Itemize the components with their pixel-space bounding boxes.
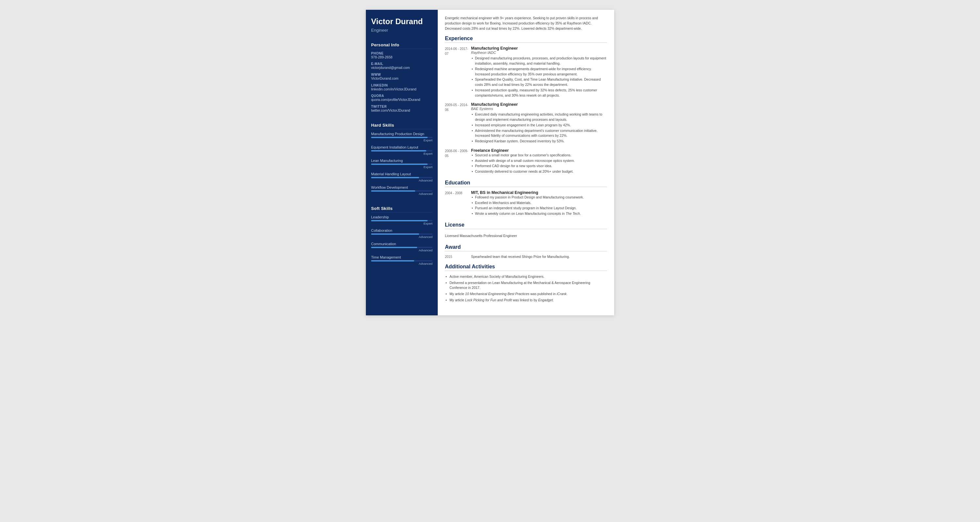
- entry-body: Manufacturing Engineer Raytheon IADC Des…: [471, 46, 607, 98]
- bullet: Administered the manufacturing departmen…: [471, 128, 607, 139]
- skill-name: Time Management: [371, 255, 433, 259]
- soft-skills-section: Soft Skills Leadership Expert Collaborat…: [366, 201, 438, 271]
- skill-level: Advanced: [371, 179, 433, 182]
- skill-level: Advanced: [371, 262, 433, 265]
- skill-level: Expert: [371, 152, 433, 155]
- skill-level: Expert: [371, 165, 433, 169]
- education-list: 2004 - 2008 MIT, BS in Mechanical Engine…: [445, 190, 607, 217]
- main-content: Energetic mechanical engineer with 9+ ye…: [438, 10, 614, 315]
- entry-date: 2014-06 - 2017-07: [445, 46, 471, 98]
- contact-item: LinkedInlinkedin.com/in/VictorJDurand: [371, 84, 433, 92]
- license-section: License Licensed Massachusetts Professio…: [445, 222, 607, 239]
- skill-level: Advanced: [371, 248, 433, 252]
- candidate-title: Engineer: [371, 28, 433, 33]
- contact-item: Phone978-289-2658: [371, 52, 433, 60]
- contact-value: 978-289-2658: [371, 55, 433, 60]
- skill-level: Advanced: [371, 235, 433, 239]
- entry-title: MIT, BS in Mechanical Engineering: [471, 190, 607, 195]
- bullet: Consistently delivered to customer needs…: [471, 169, 607, 175]
- entry-body: MIT, BS in Mechanical Engineering Follow…: [471, 190, 607, 217]
- entry-date: 2008-06 - 2009-05: [445, 148, 471, 175]
- experience-entry: 2008-06 - 2009-05 Freelance Engineer Sou…: [445, 148, 607, 175]
- activities-list: Active member, American Society of Manuf…: [445, 274, 607, 303]
- skill-bar-bg: [371, 150, 433, 151]
- education-section: Education 2004 - 2008 MIT, BS in Mechani…: [445, 180, 607, 217]
- personal-info-label: Personal Info: [371, 40, 433, 49]
- activity-item: My article 10 Mechanical Engineering Bes…: [445, 292, 607, 297]
- skill-bar-bg: [371, 137, 433, 138]
- entry-date: 2004 - 2008: [445, 190, 471, 217]
- contact-item: E-mailvictorjdurand@gmail.com: [371, 62, 433, 70]
- contact-item: WWWVictorDurand.com: [371, 73, 433, 81]
- hard-skills-label: Hard Skills: [371, 121, 433, 129]
- experience-list: 2014-06 - 2017-07 Manufacturing Engineer…: [445, 46, 607, 175]
- hard-skill-item: Material Handling Layout Advanced: [371, 172, 433, 182]
- bullet: Sourced a small motor gear box for a cus…: [471, 153, 607, 158]
- entry-bullets: Designed manufacturing procedures, proce…: [471, 56, 607, 98]
- education-label: Education: [445, 180, 607, 187]
- contact-label: E-mail: [371, 62, 433, 66]
- skill-bar-fill: [371, 137, 428, 138]
- skill-bar-fill: [371, 260, 414, 262]
- entry-subtitle: Raytheon IADC: [471, 51, 607, 54]
- entry-bullets: Sourced a small motor gear box for a cus…: [471, 153, 607, 175]
- soft-skill-item: Time Management Advanced: [371, 255, 433, 265]
- activity-item: Delivered a presentation on Lean Manufac…: [445, 281, 607, 291]
- contact-item: Quoraquora.com/profile/VictorJDurand: [371, 94, 433, 102]
- activity-item: My article Lock Picking for Fun and Prof…: [445, 298, 607, 303]
- skill-name: Leadership: [371, 215, 433, 219]
- bullet: Redesigned Kanban system. Decreased inve…: [471, 139, 607, 144]
- entry-subtitle: BAE Systems: [471, 107, 607, 111]
- hard-skills-list: Manufacturing Production Design Expert E…: [371, 132, 433, 195]
- bullet: Wrote a weekly column on Lean Manufactur…: [471, 211, 607, 216]
- personal-info-section: Personal Info Phone978-289-2658E-mailvic…: [366, 37, 438, 117]
- contact-label: LinkedIn: [371, 84, 433, 87]
- summary: Energetic mechanical engineer with 9+ ye…: [445, 16, 607, 31]
- entry-body: Freelance Engineer Sourced a small motor…: [471, 148, 607, 175]
- entry-title: Manufacturing Engineer: [471, 102, 607, 107]
- skill-name: Workflow Development: [371, 186, 433, 189]
- contact-label: Phone: [371, 52, 433, 55]
- contact-label: Twitter: [371, 105, 433, 108]
- contact-item: Twittertwitter.com/VictorJDurand: [371, 105, 433, 113]
- activity-item: Active member, American Society of Manuf…: [445, 274, 607, 279]
- experience-label: Experience: [445, 36, 607, 43]
- bullet: Pursued an independent study program in …: [471, 206, 607, 211]
- resume-container: Victor Durand Engineer Personal Info Pho…: [366, 10, 614, 315]
- contact-label: WWW: [371, 73, 433, 76]
- entry-bullets: Followed my passion in Product Design an…: [471, 195, 607, 216]
- soft-skill-item: Communication Advanced: [371, 242, 433, 252]
- entry-title: Freelance Engineer: [471, 148, 607, 153]
- entry-bullets: Executed daily manufacturing engineering…: [471, 112, 607, 144]
- license-text: Licensed Massachusetts Professional Engi…: [445, 232, 607, 239]
- candidate-name: Victor Durand: [371, 17, 433, 27]
- experience-entry: 2009-05 - 2014-06 Manufacturing Engineer…: [445, 102, 607, 144]
- activities-section: Additional Activities Active member, Ame…: [445, 264, 607, 303]
- hard-skill-item: Equipment Installation Layout Expert: [371, 145, 433, 155]
- skill-bar-bg: [371, 220, 433, 221]
- hard-skills-section: Hard Skills Manufacturing Production Des…: [366, 117, 438, 201]
- contact-value: VictorDurand.com: [371, 76, 433, 81]
- entry-body: Manufacturing Engineer BAE Systems Execu…: [471, 102, 607, 144]
- entry-title: Manufacturing Engineer: [471, 46, 607, 51]
- skill-name: Manufacturing Production Design: [371, 132, 433, 136]
- skill-bar-bg: [371, 163, 433, 165]
- experience-entry: 2014-06 - 2017-07 Manufacturing Engineer…: [445, 46, 607, 98]
- award-date: 2015: [445, 255, 471, 259]
- activities-label: Additional Activities: [445, 264, 607, 271]
- skill-name: Collaboration: [371, 228, 433, 232]
- contact-value: linkedin.com/in/VictorJDurand: [371, 87, 433, 92]
- skill-bar-fill: [371, 163, 428, 165]
- skill-bar-bg: [371, 190, 433, 192]
- bullet: Assisted with design of a small custom m…: [471, 158, 607, 163]
- skill-bar-fill: [371, 190, 415, 192]
- entry-date: 2009-05 - 2014-06: [445, 102, 471, 144]
- skill-bar-fill: [371, 247, 417, 248]
- skill-bar-fill: [371, 150, 426, 151]
- skill-level: Advanced: [371, 192, 433, 195]
- skill-bar-bg: [371, 247, 433, 248]
- experience-section: Experience 2014-06 - 2017-07 Manufacturi…: [445, 36, 607, 175]
- bullet: Executed daily manufacturing engineering…: [471, 112, 607, 122]
- education-entry: 2004 - 2008 MIT, BS in Mechanical Engine…: [445, 190, 607, 217]
- skill-bar-fill: [371, 220, 428, 221]
